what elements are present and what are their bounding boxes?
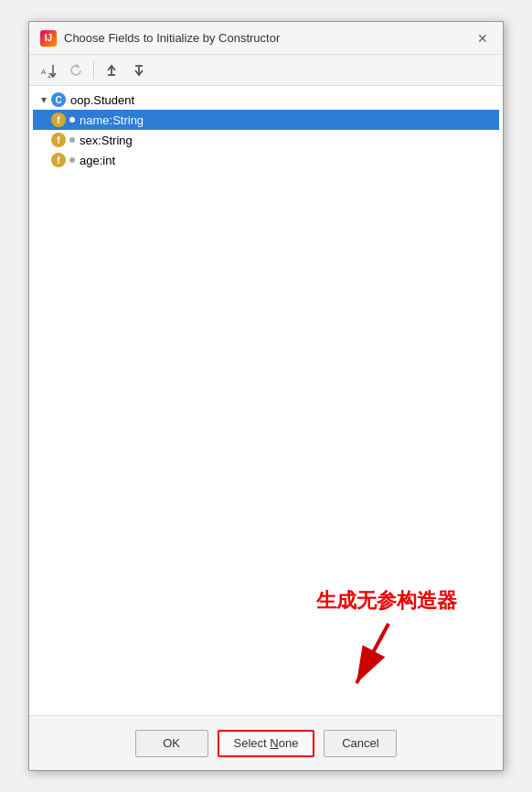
- sort-az-button[interactable]: A Z: [37, 59, 60, 81]
- move-up-icon: [104, 63, 119, 78]
- cancel-button[interactable]: Cancel: [324, 730, 397, 757]
- refresh-button[interactable]: [64, 59, 88, 81]
- field-dot-name: [69, 117, 75, 123]
- class-icon: C: [51, 92, 66, 107]
- svg-line-8: [356, 624, 388, 683]
- select-none-button[interactable]: Select None: [218, 730, 315, 757]
- annotation-text: 生成无参构造器: [316, 587, 457, 615]
- select-none-underline: N: [270, 736, 278, 750]
- field-icon-age: f: [51, 153, 66, 167]
- toolbar: A Z: [29, 55, 503, 86]
- app-icon: IJ: [40, 30, 57, 47]
- footer: OK Select None Cancel: [29, 715, 503, 770]
- tree-field-age[interactable]: f age:int: [33, 150, 499, 170]
- content-area[interactable]: ▾ C oop.Student f name:String f sex:Stri…: [29, 86, 503, 569]
- title-bar-left: IJ Choose Fields to Initialize by Constr…: [40, 30, 280, 47]
- annotation-arrow: [338, 615, 411, 697]
- move-down-button[interactable]: [127, 59, 151, 81]
- dialog-title: Choose Fields to Initialize by Construct…: [64, 31, 280, 45]
- svg-text:A: A: [41, 68, 47, 76]
- field-icon-sex: f: [51, 133, 66, 147]
- ok-button[interactable]: OK: [135, 730, 208, 757]
- field-icon-name: f: [51, 112, 66, 127]
- toolbar-separator: [93, 62, 94, 79]
- tree-root-label: oop.Student: [70, 93, 134, 107]
- sort-az-icon: A Z: [40, 62, 57, 79]
- field-dot-age: [69, 157, 75, 163]
- close-button[interactable]: ✕: [473, 29, 492, 48]
- move-down-icon: [132, 63, 146, 78]
- refresh-icon: [69, 63, 83, 78]
- field-label-age: age:int: [80, 154, 115, 167]
- annotation-area: 生成无参构造器: [29, 569, 503, 715]
- tree-field-name[interactable]: f name:String: [33, 110, 499, 130]
- field-label-name: name:String: [80, 113, 144, 127]
- title-bar: IJ Choose Fields to Initialize by Constr…: [29, 22, 503, 55]
- move-up-button[interactable]: [100, 59, 123, 81]
- field-dot-sex: [69, 137, 75, 143]
- dialog: IJ Choose Fields to Initialize by Constr…: [28, 21, 504, 771]
- tree-toggle-icon: ▾: [37, 93, 51, 106]
- field-label-sex: sex:String: [80, 134, 133, 147]
- tree-field-sex[interactable]: f sex:String: [33, 130, 499, 150]
- tree-container: ▾ C oop.Student f name:String f sex:Stri…: [33, 90, 499, 170]
- tree-root[interactable]: ▾ C oop.Student: [33, 90, 499, 110]
